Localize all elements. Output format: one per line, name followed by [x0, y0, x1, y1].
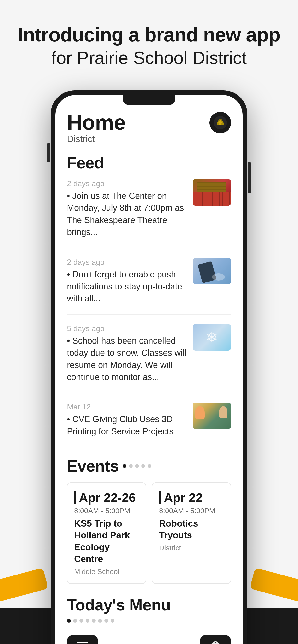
feed-timestamp: 5 days ago — [67, 324, 187, 333]
dot-active — [67, 619, 71, 623]
dot-inactive — [92, 619, 96, 623]
feed-thumbnail: ❄ — [193, 324, 231, 350]
dot-inactive — [104, 619, 108, 623]
schools-icon — [210, 640, 221, 644]
feed-content: • School has been cancelled today due to… — [67, 335, 187, 383]
event-time: 8:00AM - 5:00PM — [74, 507, 139, 515]
dot-active — [123, 464, 126, 468]
schools-nav-button[interactable]: Schools — [200, 635, 231, 644]
menu-section: Today's Menu — [67, 596, 231, 623]
feed-thumbnail — [193, 179, 231, 206]
feed-thumbnail — [193, 402, 231, 429]
menu-nav-button[interactable]: Menu — [67, 635, 98, 644]
app-home-title: Home — [67, 112, 126, 133]
dot-inactive — [73, 619, 77, 623]
menu-dots — [67, 619, 231, 623]
events-cards: Apr 22-26 8:00AM - 5:00PM KS5 Trip to Ho… — [67, 482, 231, 584]
event-date: Apr 22-26 — [74, 490, 139, 505]
feed-content: • CVE Giving Club Uses 3D Printing for S… — [67, 413, 187, 438]
feed-content: • Don't forget to enable push notificati… — [67, 268, 187, 305]
event-bar-indicator — [74, 491, 76, 504]
dot-inactive — [129, 464, 133, 468]
event-date: Apr 22 — [159, 490, 224, 505]
feed-text: 5 days ago • School has been cancelled t… — [67, 324, 187, 383]
event-card[interactable]: Apr 22-26 8:00AM - 5:00PM KS5 Trip to Ho… — [67, 482, 146, 584]
events-header: Events — [67, 457, 231, 475]
page-header: Introducing a brand new app for Prairie … — [0, 0, 298, 83]
dot-inactive — [111, 619, 114, 623]
header-title-bold: Introducing a brand new app — [14, 24, 284, 46]
feed-timestamp: 2 days ago — [67, 258, 187, 267]
phone-notch — [123, 95, 175, 105]
avatar[interactable] — [209, 112, 231, 134]
app-title-section: Home District — [67, 112, 126, 144]
feed-timestamp: 2 days ago — [67, 179, 187, 188]
feed-item: 2 days ago • Don't forget to enable push… — [67, 258, 231, 314]
event-card[interactable]: Apr 22 8:00AM - 5:00PM Robotics Tryouts … — [152, 482, 231, 584]
phone-inner: Home District Fe — [55, 95, 243, 644]
feed-text: Mar 12 • CVE Giving Club Uses 3D Printin… — [67, 402, 187, 438]
phone-screen: Home District Fe — [55, 95, 243, 644]
feed-text: 2 days ago • Don't forget to enable push… — [67, 258, 187, 305]
app-district-label: District — [67, 134, 126, 144]
dot-inactive — [141, 464, 145, 468]
events-dots — [123, 464, 152, 468]
phone-mockup: Home District Fe — [0, 90, 298, 644]
event-time: 8:00AM - 5:00PM — [159, 507, 224, 515]
feed-item: 5 days ago • School has been cancelled t… — [67, 324, 231, 393]
event-name: Robotics Tryouts — [159, 518, 224, 542]
feed-timestamp: Mar 12 — [67, 402, 187, 411]
feed-item: Mar 12 • CVE Giving Club Uses 3D Printin… — [67, 402, 231, 447]
app-header: Home District — [67, 112, 231, 144]
dot-inactive — [79, 619, 83, 623]
menu-icon — [77, 642, 88, 644]
dot-inactive — [147, 464, 152, 468]
event-bar-indicator — [159, 491, 161, 504]
bottom-nav: Menu Schools — [55, 630, 243, 644]
phone-frame: Home District Fe — [51, 90, 247, 644]
dot-inactive — [86, 619, 89, 623]
dot-inactive — [98, 619, 102, 623]
feed-text: 2 days ago • Join us at The Center on Mo… — [67, 179, 187, 238]
screen-content: Home District Fe — [55, 95, 243, 630]
feed-item: 2 days ago • Join us at The Center on Mo… — [67, 179, 231, 248]
dot-inactive — [135, 464, 139, 468]
event-name: KS5 Trip to Holland Park Ecology Centre — [74, 518, 139, 565]
feed-title: Feed — [67, 154, 231, 172]
svg-rect-7 — [215, 642, 216, 642]
event-location: District — [159, 544, 224, 552]
event-location: Middle School — [74, 568, 139, 576]
feed-content: • Join us at The Center on Monday, July … — [67, 190, 187, 238]
header-title-regular: for Prairie School District — [14, 48, 284, 69]
menu-title: Today's Menu — [67, 596, 231, 614]
feed-thumbnail — [193, 258, 231, 284]
events-title: Events — [67, 457, 119, 475]
